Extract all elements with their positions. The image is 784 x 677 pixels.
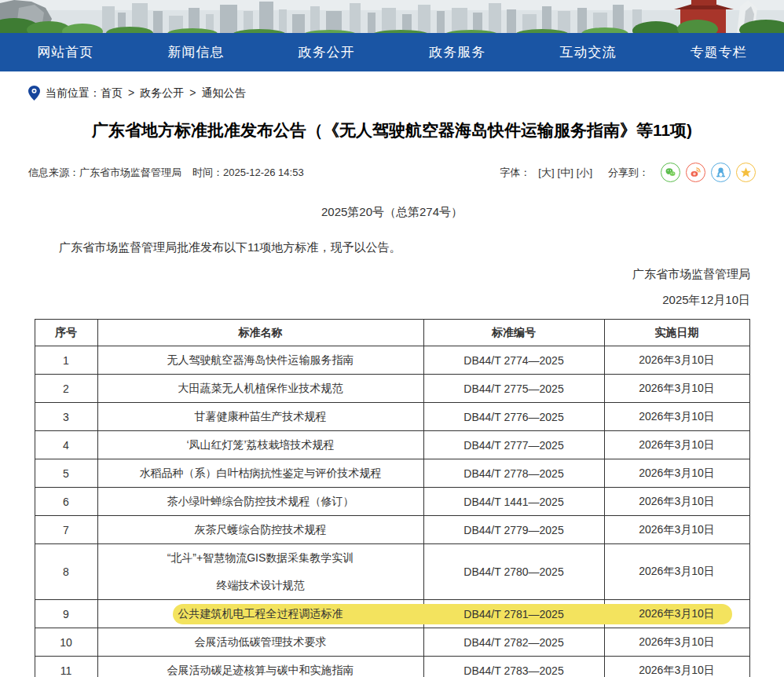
table-row: 6茶小绿叶蝉综合防控技术规程（修订）DB44/T 1441—20252026年3… — [35, 488, 749, 516]
date-cell: 2026年3月10日 — [604, 459, 749, 488]
main-nav: 网站首页新闻信息政务公开政务服务互动交流专题专栏 — [0, 33, 784, 71]
breadcrumb-link-3[interactable]: 通知公告 — [201, 86, 245, 99]
table-row: 2大田蔬菜无人机植保作业技术规范DB44/T 2775—20252026年3月1… — [35, 375, 749, 403]
city-skyline-banner — [0, 0, 784, 33]
nav-item-6[interactable]: 专题专栏 — [654, 33, 784, 71]
cell-value: DB44/T 2778—2025 — [463, 467, 563, 480]
code-cell: DB44/T 2775—2025 — [423, 375, 604, 403]
cell-value: DB44/T 2782—2025 — [463, 636, 563, 649]
cell-value: 水稻品种（系）白叶枯病抗性鉴定与评价技术规程 — [140, 467, 382, 479]
code-cell: DB44/T 2780—2025 — [423, 544, 604, 600]
cell-value: DB44/T 2774—2025 — [463, 354, 563, 367]
cell-value: 大田蔬菜无人机植保作业技术规范 — [178, 382, 343, 394]
no-cell: 3 — [35, 403, 97, 431]
cell-value: DB44/T 2777—2025 — [463, 439, 563, 452]
cell-value: DB44/T 2781—2025 — [463, 608, 563, 620]
table-row: 10会展活动低碳管理技术要求DB44/T 2782—20252026年3月10日 — [35, 628, 749, 657]
column-header-1: 序号 — [35, 320, 97, 346]
name-cell: 会展活动碳足迹核算与碳中和实施指南 — [97, 657, 423, 677]
cell-value: DB44/T 2776—2025 — [463, 411, 563, 423]
column-header-2: 标准名称 — [97, 320, 423, 346]
qzone-share-icon[interactable] — [736, 163, 756, 182]
name-cell: 大田蔬菜无人机植保作业技术规范 — [97, 375, 423, 403]
cell-value: 2026年3月10日 — [639, 635, 715, 648]
no-cell: 6 — [35, 488, 97, 516]
date-cell: 2026年3月10日 — [604, 544, 749, 600]
cell-value: 2026年3月10日 — [639, 382, 715, 394]
cell-value: 4 — [63, 439, 69, 452]
cell-value: 8 — [63, 565, 69, 578]
nav-item-3[interactable]: 政务公开 — [262, 33, 392, 71]
cell-value: 会展活动碳足迹核算与碳中和实施指南 — [167, 664, 354, 676]
breadcrumb-label: 当前位置： — [46, 86, 101, 101]
cell-value: 2026年3月10日 — [639, 664, 715, 676]
font-size-button-2[interactable]: [中] — [558, 167, 573, 178]
table-row: 8“北斗”+智慧物流GIS数据采集教学实训 终端技术设计规范DB44/T 278… — [35, 544, 749, 600]
no-cell: 8 — [35, 544, 97, 600]
cell-value: 1 — [63, 354, 69, 367]
code-cell: DB44/T 2778—2025 — [423, 459, 604, 488]
name-cell: 茶小绿叶蝉综合防控技术规程（修订） — [97, 488, 423, 516]
font-size-button-3[interactable]: [小] — [577, 167, 592, 178]
name-cell: 会展活动低碳管理技术要求 — [97, 628, 423, 657]
nav-item-4[interactable]: 政务服务 — [392, 33, 522, 71]
table-row: 1无人驾驶航空器海岛快件运输服务指南DB44/T 2774—20252026年3… — [35, 346, 749, 375]
code-cell: DB44/T 2776—2025 — [423, 403, 604, 431]
meta-tools: 字体： [大][中][小] 分享到： — [500, 163, 756, 182]
breadcrumb-link-1[interactable]: 首页 — [101, 86, 123, 99]
cell-value: DB44/T 2775—2025 — [463, 382, 563, 395]
cell-value: 甘薯健康种苗生产技术规程 — [195, 410, 327, 423]
column-header-3: 标准编号 — [423, 320, 604, 346]
nav-item-2[interactable]: 新闻信息 — [130, 33, 261, 71]
cell-value: 无人驾驶航空器海岛快件运输服务指南 — [167, 353, 354, 366]
cell-value: DB44/T 1441—2025 — [463, 496, 563, 508]
cell-value: 5 — [63, 467, 69, 480]
breadcrumb-link-2[interactable]: 政务公开 — [140, 86, 184, 99]
column-header-4: 实施日期 — [604, 320, 749, 346]
code-cell: DB44/T 1441—2025 — [423, 488, 604, 516]
date-cell: 2026年3月10日 — [604, 403, 749, 431]
cell-value: 2026年3月10日 — [639, 467, 715, 479]
font-size-button-1[interactable]: [大] — [538, 167, 554, 178]
breadcrumb-separator: > — [189, 86, 196, 99]
no-cell: 4 — [35, 431, 97, 459]
article-meta: 信息来源：广东省市场监督管理局时间：2025-12-26 14:53 字体： [… — [28, 163, 756, 182]
weibo-share-icon[interactable] — [686, 163, 705, 182]
announcement-body: 广东省市场监督管理局批准发布以下11项地方标准，现予以公告。 — [35, 240, 749, 255]
qq-share-icon[interactable] — [711, 163, 731, 182]
no-cell: 9 — [35, 600, 97, 628]
date-cell: 2026年3月10日 — [604, 516, 749, 544]
no-cell: 10 — [35, 628, 97, 657]
cell-value: 2026年3月10日 — [639, 438, 715, 451]
date-cell: 2026年3月10日 — [604, 600, 749, 628]
cell-value: 2026年3月10日 — [639, 523, 715, 536]
code-cell: DB44/T 2774—2025 — [423, 346, 604, 375]
font-size-label: 字体： — [500, 166, 530, 180]
date-cell: 2026年3月10日 — [604, 657, 749, 677]
table-header-row: 序号标准名称标准编号实施日期 — [35, 320, 749, 346]
cell-value: 2 — [63, 382, 69, 395]
name-cell: ‘凤山红灯笼’荔枝栽培技术规程 — [97, 431, 423, 459]
no-cell: 11 — [35, 657, 97, 677]
table-row: 5水稻品种（系）白叶枯病抗性鉴定与评价技术规程DB44/T 2778—20252… — [35, 459, 749, 488]
cell-value: 茶小绿叶蝉综合防控技术规程（修订） — [167, 495, 354, 507]
wechat-share-icon[interactable] — [661, 163, 680, 182]
nav-item-5[interactable]: 互动交流 — [522, 33, 653, 71]
nav-item-1[interactable]: 网站首页 — [0, 33, 130, 71]
table-row: 11会展活动碳足迹核算与碳中和实施指南DB44/T 2783—20252026年… — [35, 657, 749, 677]
table-row: 9公共建筑机电工程全过程调适标准DB44/T 2781—20252026年3月1… — [35, 600, 749, 628]
date-cell: 2026年3月10日 — [604, 346, 749, 375]
cell-value: 9 — [63, 608, 69, 620]
table-body: 1无人驾驶航空器海岛快件运输服务指南DB44/T 2774—20252026年3… — [35, 346, 749, 677]
no-cell: 7 — [35, 516, 97, 544]
name-cell: 灰茶尺蠖综合防控技术规程 — [97, 516, 423, 544]
cell-value: DB44/T 2779—2025 — [463, 524, 563, 536]
signature-org: 广东省市场监督管理局 — [0, 267, 750, 282]
date-cell: 2026年3月10日 — [604, 628, 749, 657]
code-cell: DB44/T 2783—2025 — [423, 657, 604, 677]
location-pin-icon — [28, 86, 40, 101]
source-value: 广东省市场监督管理局 — [79, 167, 181, 178]
time-value: 2025-12-26 14:53 — [223, 167, 304, 178]
name-cell: 水稻品种（系）白叶枯病抗性鉴定与评价技术规程 — [97, 459, 423, 488]
cell-value: 2026年3月10日 — [639, 607, 715, 620]
